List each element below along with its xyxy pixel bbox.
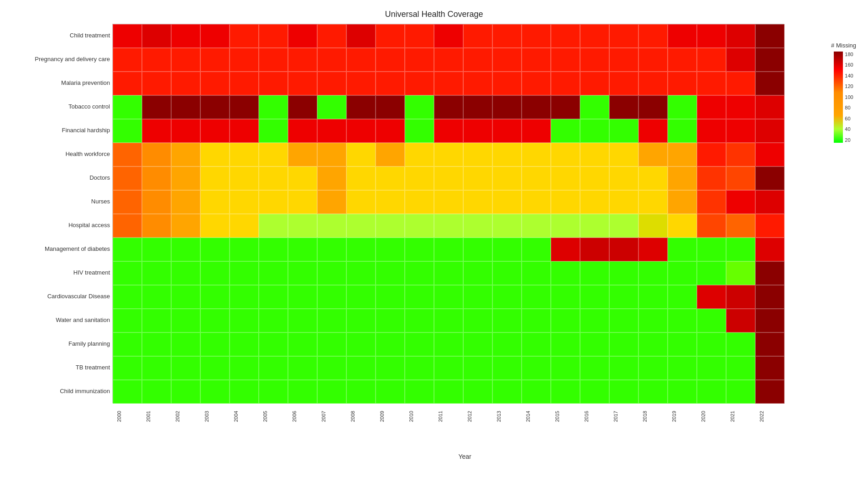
heatmap-cell bbox=[551, 48, 580, 72]
x-label: 2013 bbox=[495, 402, 518, 431]
heatmap-cell bbox=[697, 356, 726, 380]
legend-label: 160 bbox=[845, 62, 853, 67]
heatmap-cell bbox=[492, 238, 522, 261]
heatmap-cell bbox=[317, 190, 346, 214]
heatmap-cell bbox=[405, 285, 434, 309]
heatmap-cell bbox=[755, 166, 784, 190]
heatmap-cell bbox=[288, 380, 317, 404]
heatmap-cell bbox=[346, 238, 376, 261]
heatmap-cell bbox=[638, 166, 668, 190]
heatmap-cell bbox=[463, 214, 492, 238]
heatmap-cell bbox=[142, 95, 171, 119]
y-label: Health workforce bbox=[12, 142, 110, 166]
heatmap-cell bbox=[171, 356, 200, 380]
heatmap-cell bbox=[113, 143, 142, 166]
heatmap-cell bbox=[142, 24, 171, 48]
heatmap-cell bbox=[755, 48, 784, 72]
y-label: Doctors bbox=[12, 166, 110, 190]
heatmap-cell bbox=[288, 72, 317, 95]
heatmap-cell bbox=[376, 380, 405, 404]
heatmap-cell bbox=[171, 143, 200, 166]
heatmap-cell bbox=[230, 380, 259, 404]
heatmap-cell bbox=[259, 48, 288, 72]
heatmap-cell bbox=[405, 190, 434, 214]
heatmap-cell bbox=[726, 332, 755, 356]
heatmap-cell bbox=[580, 238, 609, 261]
x-label: 2016 bbox=[583, 402, 606, 431]
heatmap-cell bbox=[171, 95, 200, 119]
heatmap-cell bbox=[609, 143, 638, 166]
y-label: HIV treatment bbox=[12, 261, 110, 285]
heatmap-cell bbox=[697, 143, 726, 166]
heatmap-cell bbox=[259, 190, 288, 214]
heatmap-cell bbox=[346, 190, 376, 214]
heatmap-cell bbox=[492, 380, 522, 404]
legend-label: 140 bbox=[845, 73, 853, 78]
heatmap-cell bbox=[463, 24, 492, 48]
x-label: 2022 bbox=[758, 402, 781, 431]
heatmap-cell bbox=[492, 214, 522, 238]
heatmap-cell bbox=[317, 48, 346, 72]
heatmap-cell bbox=[492, 285, 522, 309]
heatmap-cell bbox=[668, 143, 697, 166]
heatmap-cell bbox=[492, 24, 522, 48]
heatmap-cell bbox=[551, 72, 580, 95]
heatmap-cell bbox=[697, 380, 726, 404]
heatmap-cell bbox=[405, 261, 434, 285]
heatmap-cell bbox=[697, 238, 726, 261]
heatmap-cell bbox=[171, 238, 200, 261]
heatmap-cell bbox=[580, 143, 609, 166]
heatmap-cell bbox=[463, 285, 492, 309]
heatmap-cell bbox=[580, 48, 609, 72]
heatmap-cell bbox=[113, 214, 142, 238]
heatmap-cell bbox=[522, 72, 551, 95]
heatmap-cell bbox=[638, 190, 668, 214]
heatmap-cell bbox=[317, 356, 346, 380]
heatmap-cell bbox=[726, 285, 755, 309]
heatmap-cell bbox=[726, 214, 755, 238]
x-label: 2011 bbox=[437, 402, 460, 431]
heatmap-cell bbox=[638, 332, 668, 356]
legend-label: 40 bbox=[845, 126, 853, 132]
heatmap-cell bbox=[376, 166, 405, 190]
heatmap-cell bbox=[551, 309, 580, 332]
heatmap-cell bbox=[726, 143, 755, 166]
heatmap-cell bbox=[288, 356, 317, 380]
y-axis-labels: Child treatmentPregnancy and delivery ca… bbox=[12, 24, 112, 403]
heatmap-cell bbox=[142, 356, 171, 380]
heatmap-cell bbox=[580, 261, 609, 285]
heatmap-cell bbox=[259, 72, 288, 95]
x-axis-labels: 2000200120022003200420052006200720082009… bbox=[112, 405, 817, 428]
heatmap-cell bbox=[259, 238, 288, 261]
heatmap-cell bbox=[346, 261, 376, 285]
legend-label: 80 bbox=[845, 105, 853, 110]
heatmap-cell bbox=[638, 95, 668, 119]
heatmap-cell bbox=[580, 309, 609, 332]
heatmap-cell bbox=[638, 238, 668, 261]
heatmap-cell bbox=[113, 261, 142, 285]
heatmap-cell bbox=[346, 95, 376, 119]
x-label: 2015 bbox=[554, 402, 576, 431]
y-label: Hospital access bbox=[12, 213, 110, 237]
legend-gradient-bar bbox=[834, 52, 843, 143]
heatmap-cell bbox=[609, 332, 638, 356]
y-label: Financial hardship bbox=[12, 119, 110, 142]
heatmap-cell bbox=[288, 95, 317, 119]
heatmap-cell bbox=[551, 143, 580, 166]
heatmap-cell bbox=[200, 285, 230, 309]
heatmap-cell bbox=[142, 261, 171, 285]
x-label: 2014 bbox=[524, 402, 547, 431]
heatmap-cell bbox=[638, 380, 668, 404]
heatmap-cell bbox=[580, 332, 609, 356]
heatmap-cell bbox=[697, 48, 726, 72]
x-label: 2021 bbox=[729, 402, 752, 431]
heatmap-cell bbox=[171, 190, 200, 214]
heatmap-cell bbox=[551, 119, 580, 143]
heatmap-cell bbox=[755, 95, 784, 119]
heatmap-cell bbox=[755, 214, 784, 238]
heatmap-cell bbox=[463, 190, 492, 214]
heatmap-cell bbox=[200, 261, 230, 285]
heatmap-cell bbox=[200, 380, 230, 404]
heatmap-cell bbox=[580, 190, 609, 214]
heatmap-cell bbox=[638, 24, 668, 48]
